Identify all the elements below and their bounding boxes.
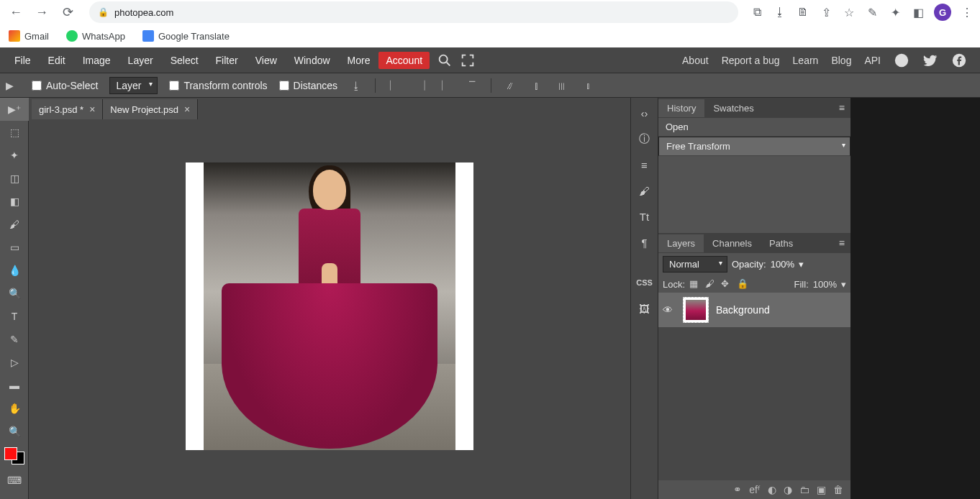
link-learn[interactable]: Learn — [793, 55, 819, 66]
adjust-icon[interactable]: ≡ — [634, 154, 655, 175]
tab-history[interactable]: History — [658, 99, 704, 117]
lock-brush-icon[interactable]: 🖌 — [705, 278, 717, 290]
reload-button[interactable]: ⟳ — [58, 2, 78, 22]
folder-icon[interactable]: 🗀 — [799, 484, 809, 495]
reddit-icon[interactable] — [894, 52, 909, 68]
brush-panel-icon[interactable]: 🖌 — [634, 180, 655, 201]
trash-icon[interactable]: 🗑 — [833, 484, 843, 495]
panel-menu-icon[interactable]: ≡ — [833, 102, 850, 114]
layer-thumbnail[interactable] — [683, 297, 709, 323]
wand-tool[interactable]: ✦ — [0, 144, 29, 167]
twitter-icon[interactable] — [922, 52, 938, 68]
blur-tool[interactable]: 💧 — [0, 259, 29, 282]
lock-all-icon[interactable]: 🔒 — [737, 278, 748, 290]
bookmark-whatsapp[interactable]: WhatsApp — [66, 30, 125, 42]
color-swatches[interactable] — [4, 447, 24, 464]
tab-paths[interactable]: Paths — [761, 234, 802, 252]
forward-button[interactable]: → — [32, 2, 52, 22]
align-top-icon[interactable]: ⎺ — [465, 78, 479, 93]
auto-select-checkbox[interactable]: Auto-Select — [32, 80, 98, 91]
distribute-v-icon[interactable]: ⫿ — [529, 78, 543, 93]
marquee-tool[interactable]: ⬚ — [0, 121, 29, 144]
lock-pixels-icon[interactable]: ▦ — [689, 278, 701, 290]
path-tool[interactable]: ▷ — [0, 351, 29, 374]
download-opt-icon[interactable]: ⭳ — [349, 78, 363, 93]
share-icon[interactable]: ⇪ — [819, 6, 833, 19]
eyedropper-tool[interactable]: ✎ — [0, 328, 29, 351]
paragraph-icon[interactable]: ¶ — [634, 232, 655, 253]
close-icon[interactable]: × — [184, 104, 190, 115]
tab-channels[interactable]: Channels — [704, 234, 761, 252]
fx-icon[interactable]: efᶠ — [749, 484, 761, 495]
layer-row[interactable]: 👁 Background — [658, 293, 850, 327]
link-about[interactable]: About — [682, 55, 709, 66]
image-icon[interactable]: 🖼 — [634, 298, 655, 319]
link-report[interactable]: Report a bug — [722, 55, 780, 66]
distribute-3-icon[interactable]: ⫼ — [555, 78, 569, 93]
facebook-icon[interactable] — [951, 52, 967, 68]
info-icon[interactable]: ⓘ — [634, 128, 655, 150]
crop-tool[interactable]: ◫ — [0, 167, 29, 190]
eyedropper-ext-icon[interactable]: ✎ — [865, 6, 879, 19]
menu-image[interactable]: Image — [74, 50, 119, 70]
star-icon[interactable]: ☆ — [842, 6, 856, 19]
distribute-4-icon[interactable]: ⫾ — [581, 78, 595, 93]
menu-select[interactable]: Select — [162, 50, 207, 70]
document-tab[interactable]: New Project.psd× — [103, 99, 198, 119]
document-tab[interactable]: girl-3.psd *× — [32, 99, 103, 119]
move-tool[interactable]: ▶⁺ — [0, 98, 29, 121]
extensions-icon[interactable]: ✦ — [888, 6, 902, 19]
profile-avatar[interactable]: G — [934, 4, 951, 21]
zoom-tool[interactable]: 🔍 — [0, 420, 29, 443]
foreground-color-swatch[interactable] — [4, 447, 17, 460]
type-tool[interactable]: T — [0, 305, 29, 328]
transform-controls-checkbox[interactable]: Transform controls — [169, 80, 267, 91]
visibility-icon[interactable]: 👁 — [663, 304, 676, 316]
layer-select-dropdown[interactable]: Layer — [109, 77, 158, 94]
kebab-icon[interactable]: ⋮ — [960, 6, 974, 19]
dodge-tool[interactable]: 🔍 — [0, 282, 29, 305]
opacity-value[interactable]: 100% — [771, 259, 794, 270]
chevron-down-icon[interactable]: ▾ — [799, 259, 804, 270]
eraser-tool[interactable]: ◧ — [0, 190, 29, 213]
menu-layer[interactable]: Layer — [119, 50, 162, 70]
menu-window[interactable]: Window — [286, 50, 339, 70]
menu-file[interactable]: File — [6, 50, 40, 70]
mask-icon[interactable]: ◐ — [768, 484, 776, 495]
new-layer-icon[interactable]: ▣ — [817, 484, 826, 495]
blend-mode-dropdown[interactable]: Normal — [663, 256, 727, 273]
panel-menu-icon[interactable]: ≡ — [833, 237, 850, 249]
search-icon[interactable] — [437, 52, 453, 68]
shape-tool[interactable]: ▬ — [0, 374, 29, 397]
character-icon[interactable]: Tt — [634, 206, 655, 227]
align-center-icon[interactable]: ⎹ — [413, 78, 427, 93]
distances-checkbox[interactable]: Distances — [279, 80, 337, 91]
history-item[interactable]: Open — [658, 118, 850, 137]
menu-account[interactable]: Account — [378, 52, 430, 69]
chevron-down-icon[interactable]: ▾ — [841, 279, 846, 290]
menu-more[interactable]: More — [339, 50, 379, 70]
link-api[interactable]: API — [864, 55, 881, 66]
tab-layers[interactable]: Layers — [658, 234, 704, 252]
align-left-icon[interactable]: ⎸ — [387, 78, 401, 93]
doc-icon[interactable]: 🗎 — [796, 6, 810, 19]
lock-move-icon[interactable]: ✥ — [721, 278, 732, 290]
history-item[interactable]: Free Transform — [658, 137, 850, 156]
bookmark-gmail[interactable]: Gmail — [9, 30, 49, 42]
menu-filter[interactable]: Filter — [207, 50, 247, 70]
close-icon[interactable]: × — [89, 104, 95, 115]
menu-view[interactable]: View — [247, 50, 286, 70]
sidepanel-icon[interactable]: ◧ — [911, 6, 925, 19]
gradient-tool[interactable]: ▭ — [0, 236, 29, 259]
download-icon[interactable]: ⭳ — [773, 6, 787, 19]
menu-edit[interactable]: Edit — [40, 50, 74, 70]
fill-value[interactable]: 100% — [813, 279, 837, 290]
tab-icon[interactable]: ⧉ — [750, 6, 764, 19]
hand-tool[interactable]: ✋ — [0, 397, 29, 420]
address-bar[interactable]: 🔒 photopea.com — [89, 1, 738, 23]
css-icon[interactable]: CSS — [634, 272, 655, 293]
fullscreen-icon[interactable] — [460, 52, 476, 68]
quickmask-tool[interactable]: ⌨ — [0, 469, 29, 492]
canvas-viewport[interactable] — [29, 119, 630, 499]
adjustment-icon[interactable]: ◑ — [784, 484, 792, 495]
